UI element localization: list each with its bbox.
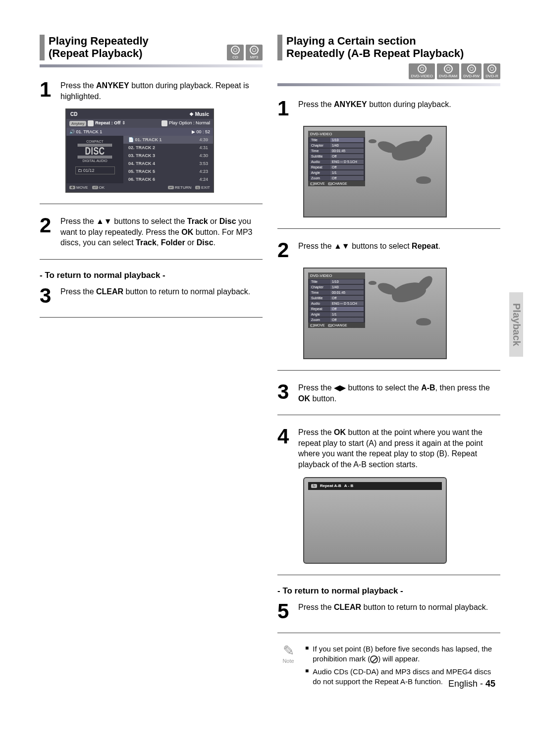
cd-badge: CD (227, 45, 244, 60)
now-playing: 🔊 01. TRACK 1 (69, 129, 102, 134)
cd-osd-screenshot: CD ❖ Music AnykeyRepeat : Off ⇕ Play Opt… (65, 108, 214, 193)
prohibition-icon (370, 655, 378, 663)
panel-header: DVD-VIDEO (308, 131, 365, 137)
disc-icon (250, 46, 259, 54)
right-step-1: 1 Press the ANYKEY button during playbac… (277, 98, 500, 119)
section-divider (40, 64, 263, 67)
disc-icon (231, 46, 240, 54)
disc-badges-left: CD MP3 (227, 45, 263, 60)
step-number: 1 (40, 79, 54, 102)
step-number: 5 (277, 601, 292, 622)
repeat-ab-label: Repeat A-B (320, 484, 341, 488)
note-icon: ✎ Note (277, 644, 299, 664)
right-step-4: 4 Press the OK button at the point where… (277, 426, 500, 470)
now-time: ▶ 00 : 52 (192, 129, 210, 134)
dvd-info-panel: DVD-VIDEO Title1/10 Chapter1/40 Time00:0… (308, 131, 365, 186)
step-number: 1 (277, 98, 292, 119)
bird-graphic (416, 318, 431, 325)
bird-graphic (369, 139, 376, 143)
dvd-r-badge: DVD-R (483, 63, 500, 79)
right-section-title: Playing a Certain section Repeatedly (A-… (277, 35, 500, 60)
divider (40, 204, 263, 204)
track-list: 📄 01. TRACK 14:39 02. TRACK 24:31 03. TR… (123, 136, 213, 183)
divider (277, 633, 500, 633)
disc-icon (467, 64, 476, 73)
osd-title: CD (70, 111, 77, 117)
right-column: Playing a Certain section Repeatedly (A-… (277, 35, 500, 690)
track-row: 04. TRACK 43:53 (123, 160, 213, 167)
track-row: 📄 01. TRACK 14:39 (123, 136, 213, 144)
disc-icon (444, 64, 453, 73)
disc-icon (487, 64, 496, 73)
left-step-3: 3 Press the CLEAR button to return to no… (40, 285, 263, 306)
repeat-icon (88, 120, 94, 126)
dvd-video-badge: DVD-VIDEO (409, 63, 434, 79)
repeat-ab-value: A - B (344, 484, 353, 488)
right-step-5: 5 Press the CLEAR button to return to no… (277, 601, 500, 622)
track-row: 06. TRACK 64:24 (123, 175, 213, 183)
divider (277, 370, 500, 371)
osd-category: ❖ Music (189, 111, 209, 117)
return-heading: - To return to normal playback - (40, 270, 263, 280)
repeat-icon-pill: ↻ (311, 484, 317, 488)
section-divider (277, 83, 500, 86)
dvd-osd-screenshot-1: DVD-VIDEO Title1/10 Chapter1/40 Time00:0… (303, 126, 447, 217)
divider (40, 259, 263, 260)
ab-repeat-osd-screenshot: ↻ Repeat A-B A - B (303, 477, 447, 564)
bullet-icon: ■ (305, 644, 309, 664)
disc-icon (418, 64, 427, 73)
left-column: Playing Repeatedly (Repeat Playback) CD … (40, 35, 263, 690)
heading-line2: Repeatedly (A-B Repeat Playback) (286, 47, 464, 59)
divider (277, 415, 500, 415)
note-item: ■ If you set point (B) before five secon… (305, 644, 500, 664)
bird-graphic (416, 176, 431, 184)
divider (277, 575, 500, 575)
bird-graphic (390, 279, 428, 305)
side-tab-playback: Playback (509, 292, 523, 357)
step-number: 4 (277, 426, 292, 470)
bullet-icon: ■ (305, 667, 309, 687)
left-step-2: 2 Press the ▲▼ buttons to select the Tra… (40, 215, 263, 248)
dvd-osd-screenshot-2: DVD-VIDEO Title1/10 Chapter1/40 Time00:0… (303, 268, 447, 359)
dvd-info-panel: DVD-VIDEO Title1/10 Chapter1/40 Time00:0… (308, 272, 365, 328)
dvd-ram-badge: DVD-RAM (437, 63, 459, 79)
heading-line1: Playing Repeatedly (49, 35, 149, 47)
panel-header: DVD-VIDEO (308, 272, 365, 279)
return-heading: - To return to normal playback - (277, 586, 500, 596)
left-step-1: 1 Press the ANYKEY button during playbac… (40, 79, 263, 102)
file-count-box: 🗀 01/12 (75, 166, 115, 174)
playoption-icon (161, 120, 167, 126)
right-step-2: 2 Press the ▲▼ buttons to select Repeat. (277, 240, 500, 261)
track-row: 02. TRACK 24:31 (123, 144, 213, 152)
step-number: 2 (40, 215, 54, 248)
right-step-3: 3 Press the ◀▶ buttons to select the A-B… (277, 381, 500, 404)
mp3-badge: MP3 (246, 45, 263, 60)
heading-line1: Playing a Certain section (286, 35, 416, 47)
section-bar-icon (277, 35, 282, 60)
track-row: 05. TRACK 54:23 (123, 167, 213, 175)
anykey-pill: Anykey (69, 121, 86, 126)
page-footer: English - 45 (448, 679, 495, 689)
divider (277, 228, 500, 229)
bird-graphic (390, 138, 428, 163)
disc-badges-right: DVD-VIDEO DVD-RAM DVD-RW DVD-R (277, 63, 500, 79)
track-row: 03. TRACK 34:30 (123, 152, 213, 160)
bird-graphic (369, 281, 376, 285)
step-number: 3 (40, 285, 54, 306)
divider (40, 317, 263, 318)
left-section-title: Playing Repeatedly (Repeat Playback) (40, 35, 149, 60)
section-bar-icon (40, 35, 45, 60)
heading-line2: (Repeat Playback) (49, 47, 143, 59)
step-number: 3 (277, 381, 292, 404)
step-number: 2 (277, 240, 292, 261)
dvd-rw-badge: DVD-RW (461, 63, 482, 79)
compact-disc-logo: COMPACT DISC DIGITAL AUDIO (78, 140, 112, 162)
